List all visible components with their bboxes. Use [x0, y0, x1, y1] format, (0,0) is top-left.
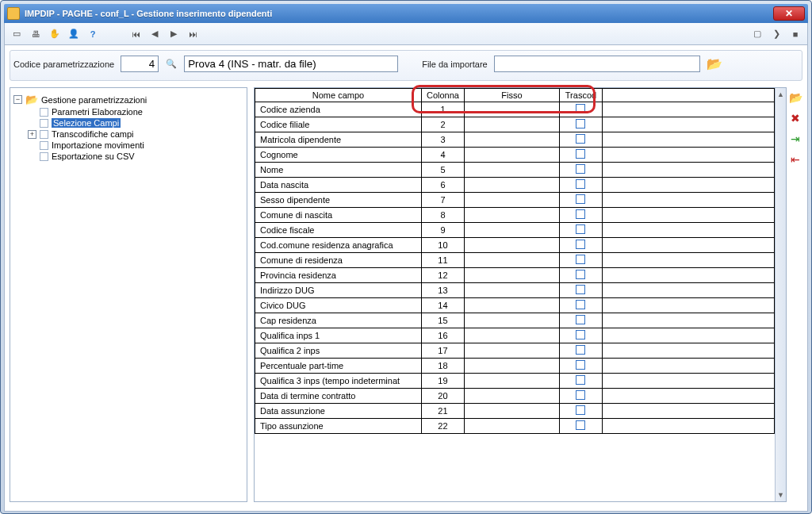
code-input[interactable] [121, 56, 159, 72]
delete-icon[interactable]: ✖ [788, 111, 802, 125]
cell-colonna[interactable]: 21 [422, 404, 465, 419]
cell-fisso[interactable] [464, 238, 559, 253]
hand-icon[interactable]: ✋ [46, 25, 63, 43]
table-row[interactable]: Codice filiale2 [255, 117, 775, 132]
vertical-scrollbar[interactable]: ▲ ▼ [775, 88, 786, 501]
cell-trascod[interactable] [559, 283, 602, 298]
cell-trascod[interactable] [559, 328, 602, 343]
nav-next-icon[interactable]: ▶ [165, 25, 182, 43]
tree-item[interactable]: Esportazione su CSV [26, 151, 245, 162]
help-icon[interactable]: ? [84, 25, 102, 43]
trascod-checkbox[interactable] [576, 285, 585, 294]
cell-nome[interactable]: Cognome [255, 148, 422, 163]
table-row[interactable]: Data assunzione21 [255, 404, 775, 419]
cell-trascod[interactable] [559, 374, 602, 389]
cell-colonna[interactable]: 2 [422, 117, 465, 132]
cell-colonna[interactable]: 8 [422, 208, 465, 223]
cell-trascod[interactable] [559, 419, 602, 434]
cell-colonna[interactable]: 16 [422, 328, 465, 343]
cell-colonna[interactable]: 11 [422, 253, 465, 268]
header-fisso[interactable]: Fisso [464, 89, 559, 102]
table-row[interactable]: Sesso dipendente7 [255, 193, 775, 208]
cell-nome[interactable]: Codice filiale [255, 117, 422, 132]
header-nome[interactable]: Nome campo [255, 89, 422, 102]
cell-fisso[interactable] [464, 359, 559, 374]
cell-colonna[interactable]: 19 [422, 374, 465, 389]
cell-trascod[interactable] [559, 132, 602, 148]
cell-nome[interactable]: Cod.comune residenza anagrafica [255, 238, 422, 253]
cell-fisso[interactable] [464, 389, 559, 404]
cell-trascod[interactable] [559, 238, 602, 253]
tree-item[interactable]: Importazione movimenti [26, 140, 245, 151]
table-row[interactable]: Comune di nascita8 [255, 208, 775, 223]
cell-fisso[interactable] [464, 102, 559, 117]
action-b-icon[interactable]: ❯ [768, 25, 785, 43]
add-folder-icon[interactable]: 📂 [788, 90, 802, 105]
trascod-checkbox[interactable] [576, 134, 585, 144]
cell-fisso[interactable] [464, 313, 559, 328]
cell-nome[interactable]: Codice fiscale [255, 223, 422, 238]
trascod-checkbox[interactable] [576, 179, 585, 189]
close-button[interactable]: ✕ [773, 6, 805, 21]
cell-trascod[interactable] [559, 343, 602, 359]
cell-trascod[interactable] [559, 298, 602, 313]
table-row[interactable]: Data nascita6 [255, 178, 775, 193]
cell-trascod[interactable] [559, 223, 602, 238]
scroll-up-icon[interactable]: ▲ [776, 88, 786, 101]
cell-trascod[interactable] [559, 148, 602, 163]
cell-fisso[interactable] [464, 178, 559, 193]
import-icon[interactable]: ⇥ [788, 132, 802, 146]
screen-icon[interactable]: ▭ [8, 25, 25, 43]
trascod-checkbox[interactable] [576, 255, 585, 264]
trascod-checkbox[interactable] [576, 164, 585, 174]
header-colonna[interactable]: Colonna [422, 89, 465, 102]
cell-nome[interactable]: Sesso dipendente [255, 193, 422, 208]
cell-colonna[interactable]: 13 [422, 283, 465, 298]
nav-last-icon[interactable]: ⏭ [184, 25, 201, 43]
cell-colonna[interactable]: 22 [422, 419, 465, 434]
cell-fisso[interactable] [464, 223, 559, 238]
cell-fisso[interactable] [464, 193, 559, 208]
tree-item[interactable]: +Transcodifiche campi [26, 128, 245, 140]
table-row[interactable]: Comune di residenza11 [255, 253, 775, 268]
cell-trascod[interactable] [559, 163, 602, 178]
cell-fisso[interactable] [464, 132, 559, 148]
trascod-checkbox[interactable] [576, 270, 585, 279]
table-row[interactable]: Matricola dipendente3 [255, 132, 775, 148]
table-row[interactable]: Qualifica 3 inps (tempo indeterminat19 [255, 374, 775, 389]
trascod-checkbox[interactable] [576, 390, 585, 400]
table-row[interactable]: Nome5 [255, 163, 775, 178]
cell-nome[interactable]: Qualifica 3 inps (tempo indeterminat [255, 374, 422, 389]
cell-trascod[interactable] [559, 359, 602, 374]
cell-nome[interactable]: Comune di nascita [255, 208, 422, 223]
cell-fisso[interactable] [464, 343, 559, 359]
cell-colonna[interactable]: 4 [422, 148, 465, 163]
cell-fisso[interactable] [464, 328, 559, 343]
table-row[interactable]: Cap residenza15 [255, 313, 775, 328]
fields-grid[interactable]: Nome campo Colonna Fisso Trascod Codice … [255, 88, 775, 434]
expand-icon[interactable]: + [28, 130, 36, 139]
cell-nome[interactable]: Data nascita [255, 178, 422, 193]
cell-colonna[interactable]: 15 [422, 313, 465, 328]
tree-item[interactable]: Parametri Elaborazione [26, 106, 245, 117]
cell-fisso[interactable] [464, 419, 559, 434]
header-trascod[interactable]: Trascod [559, 89, 602, 102]
cell-fisso[interactable] [464, 208, 559, 223]
table-row[interactable]: Tipo assunzione22 [255, 419, 775, 434]
tree-item[interactable]: Selezione Campi [26, 117, 245, 128]
table-row[interactable]: Qualifica 2 inps17 [255, 343, 775, 359]
cell-colonna[interactable]: 5 [422, 163, 465, 178]
cell-nome[interactable]: Qualifica inps 1 [255, 328, 422, 343]
cell-nome[interactable]: Indirizzo DUG [255, 283, 422, 298]
trascod-checkbox[interactable] [576, 315, 585, 324]
cell-nome[interactable]: Data di termine contratto [255, 389, 422, 404]
description-input[interactable] [184, 56, 398, 72]
cell-fisso[interactable] [464, 117, 559, 132]
cell-trascod[interactable] [559, 193, 602, 208]
trascod-checkbox[interactable] [576, 375, 585, 385]
cell-trascod[interactable] [559, 253, 602, 268]
cell-fisso[interactable] [464, 374, 559, 389]
cell-fisso[interactable] [464, 298, 559, 313]
cell-colonna[interactable]: 1 [422, 102, 465, 117]
trascod-checkbox[interactable] [576, 420, 585, 430]
